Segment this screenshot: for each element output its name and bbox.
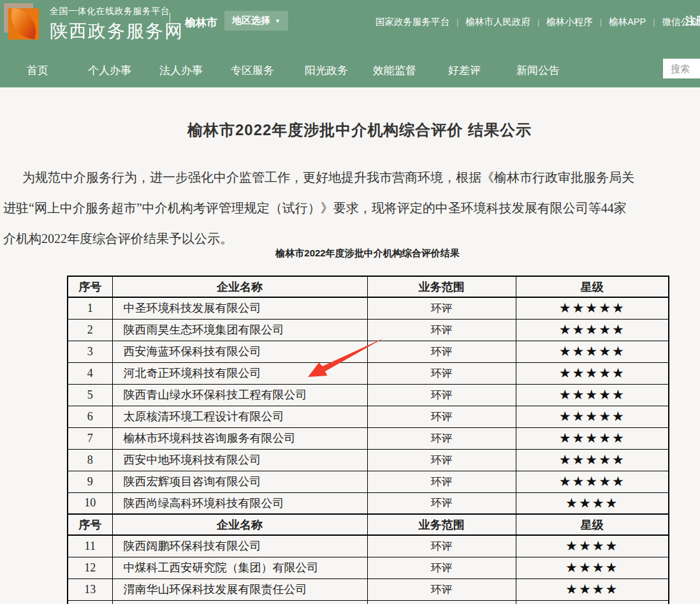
cell-name: 中圣环境科技发展有限公司 [112,297,367,319]
cell-no: 9 [68,471,112,492]
table-caption: 榆林市2022年度涉批中介机构综合评价结果 [67,247,668,260]
cell-no: 12 [68,557,112,578]
cell-name: 西安海蓝环保科技有限公司 [112,341,367,362]
table-header-row: 序号企业名称业务范围星级 [68,514,669,535]
nav-item-6[interactable]: 效能监督 [373,63,416,78]
table-row [68,600,669,604]
page: 全国一体化在线政务服务平台 陕西政务服务网 榆林市 地区选择 ▼ 国家政务服务平… [0,0,700,604]
chevron-down-icon: ▼ [275,18,281,24]
cell-name: 西安中地环境科技有限公司 [112,449,367,471]
nav-item-7[interactable]: 好差评 [448,63,481,78]
region-selector[interactable]: 地区选择 ▼ [224,11,288,31]
cell-no: 7 [68,427,112,449]
cell-scope: 环评 [367,341,516,362]
cell-stars: ★★★★★ [516,297,669,319]
table-row: 1中圣环境科技发展有限公司环评★★★★★ [68,297,669,319]
cell-scope: 环评 [367,362,516,384]
cell-name: 渭南华山环保科技发展有限责任公司 [112,578,367,600]
evaluation-table: 序号企业名称业务范围星级1中圣环境科技发展有限公司环评★★★★★2陕西雨昊生态环… [67,276,669,604]
cell-scope: 环评 [367,535,516,557]
header-link[interactable]: 国家政务服务平台 [368,16,456,28]
column-header: 业务范围 [367,276,516,297]
site-name: 陕西政务服务网 [50,19,184,43]
cell-scope: 环评 [367,492,516,514]
table-row: 4河北奇正环境科技有限公司环评★★★★★ [68,362,669,384]
cell-no: 4 [68,362,112,384]
logo-leaf-icon [8,8,39,40]
table-row: 2陕西雨昊生态环境集团有限公司环评★★★★★ [68,319,669,341]
cell-no: 8 [68,449,112,471]
paragraph-line: 为规范中介服务行为，进一步强化中介监管工作，更好地提升我市营商环境，根据《榆林市… [3,162,700,193]
header-link[interactable]: 榆林市人民政府 [458,16,537,28]
page-title: 榆林市2022年度涉批中介机构综合评价 结果公示 [10,120,700,140]
table-cell [112,600,367,604]
cell-stars: ★★★★★ [516,406,669,427]
column-header: 星级 [516,514,669,535]
brand-divider [170,13,170,33]
cell-name: 陕西宏辉项目咨询有限公司 [112,471,367,492]
cell-name: 陕西雨昊生态环境集团有限公司 [112,319,367,341]
cell-name: 中煤科工西安研究院（集团）有限公司 [112,557,367,578]
cell-stars: ★★★★★ [516,384,669,406]
notice-paragraph: 为规范中介服务行为，进一步强化中介监管工作，更好地提升我市营商环境，根据《榆林市… [3,162,700,254]
cell-no: 1 [68,297,112,319]
nav-item-4[interactable]: 专区服务 [231,63,274,78]
paragraph-line: 进驻“网上中介服务超市”中介机构考评管理规定（试行）》要求，现将评定的中圣环境科… [3,193,700,223]
register-link[interactable]: 注册 [685,15,700,28]
nav-item-5[interactable]: 阳光政务 [305,63,348,78]
cell-scope: 环评 [367,384,516,406]
cell-name: 陕西阔鹏环保科技有限公司 [112,535,367,557]
cell-stars: ★★★★★ [516,449,669,471]
cell-scope: 环评 [367,449,516,471]
cell-stars: ★★★★★ [516,362,669,384]
cell-name: 太原核清环境工程设计有限公司 [112,406,367,427]
header-links: 国家政务服务平台|榆林市人民政府|榆林小程序|榆林APP|微信公众号 [368,16,700,28]
cell-scope: 环评 [367,578,516,600]
column-header: 序号 [68,514,112,535]
platform-label: 全国一体化在线政务服务平台 [50,6,184,17]
cell-no: 11 [68,535,112,557]
region-selector-label: 地区选择 [232,15,270,27]
cell-stars: ★★★★ [516,557,669,578]
cell-scope: 环评 [367,297,516,319]
header-link[interactable]: 榆林APP [602,16,653,28]
table-row: 3西安海蓝环保科技有限公司环评★★★★★ [68,341,669,362]
main-nav: 首页个人办事法人办事专区服务阳光政务效能监督好差评新闻公告 [0,51,700,87]
cell-name: 榆林市环境科技咨询服务有限公司 [112,427,367,449]
cell-scope: 环评 [367,471,516,492]
nav-item-8[interactable]: 新闻公告 [516,63,560,78]
cell-scope: 环评 [367,319,516,341]
cell-no: 3 [68,341,112,362]
table-cell [516,600,669,604]
table-row: 6太原核清环境工程设计有限公司环评★★★★★ [68,406,669,427]
cell-scope: 环评 [367,406,516,427]
table-row: 7榆林市环境科技咨询服务有限公司环评★★★★★ [68,427,669,449]
current-city: 榆林市 [185,15,217,30]
cell-no: 6 [68,406,112,427]
table-row: 11陕西阔鹏环保科技有限公司环评★★★★ [68,535,669,557]
table-row: 8西安中地环境科技有限公司环评★★★★★ [68,449,669,471]
table-row: 12中煤科工西安研究院（集团）有限公司环评★★★★ [68,557,669,578]
column-header: 企业名称 [112,514,367,535]
column-header: 业务范围 [367,514,516,535]
nav-item-2[interactable]: 个人办事 [88,63,131,78]
cell-stars: ★★★★★ [516,341,669,362]
cell-name: 河北奇正环境科技有限公司 [112,362,367,384]
cell-scope: 环评 [367,557,516,578]
table-cell [68,600,112,604]
nav-item-1[interactable]: 首页 [27,63,48,78]
cell-no: 10 [68,492,112,514]
table-row: 10陕西尚绿高科环境科技有限公司环评★★★★ [68,492,669,514]
site-header: 全国一体化在线政务服务平台 陕西政务服务网 榆林市 地区选择 ▼ 国家政务服务平… [0,0,700,87]
table-cell [367,600,516,604]
column-header: 企业名称 [112,276,367,297]
cell-scope: 环评 [367,427,516,449]
column-header: 序号 [68,276,112,297]
cell-stars: ★★★★★ [516,319,669,341]
cell-no: 5 [68,384,112,406]
cell-no: 13 [68,578,112,600]
header-link[interactable]: 榆林小程序 [539,16,600,28]
cell-stars: ★★★★ [516,492,669,514]
nav-item-3[interactable]: 法人办事 [159,63,203,78]
search-input[interactable] [663,59,700,78]
